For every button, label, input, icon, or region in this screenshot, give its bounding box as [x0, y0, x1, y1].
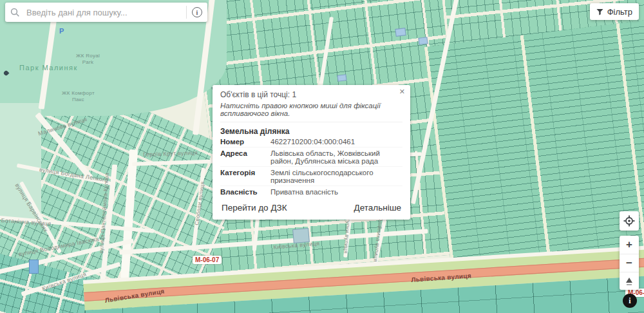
- water-parcel: [395, 28, 406, 37]
- popup-section-title: Земельна ділянка: [220, 122, 402, 136]
- field-row-ownership: Власність Приватна власність: [220, 185, 402, 197]
- extent-icon-base: [627, 284, 632, 285]
- field-value: 4622710200:04:000:0461: [270, 138, 355, 146]
- popup-close-icon[interactable]: ✕: [399, 88, 405, 95]
- search-divider: [186, 6, 187, 19]
- map-canvas[interactable]: Парк Малиняк ЖК Royal Park ЖК Комфорт Па…: [0, 0, 644, 313]
- zoom-out-button[interactable]: −: [620, 254, 639, 272]
- search-input[interactable]: [25, 7, 181, 18]
- goto-dzk-button[interactable]: Перейти до ДЗК: [220, 202, 289, 214]
- popup-objects-count: Об'єктів в цій точці: 1: [220, 90, 402, 99]
- water-parcel: [29, 260, 39, 274]
- field-label: Категорія: [220, 169, 270, 184]
- park-label: Парк Малиняк: [19, 64, 78, 71]
- field-value: Львівська область, Жовківський район, Ду…: [270, 149, 402, 165]
- road-shield-m0607: М-06-07: [193, 256, 222, 264]
- field-row-category: Категорія Землі сільськогосподарського п…: [220, 166, 402, 185]
- details-button[interactable]: Детальніше: [353, 202, 402, 214]
- search-info-icon[interactable]: i: [192, 7, 202, 17]
- water-parcel: [418, 37, 428, 45]
- zoom-in-button[interactable]: +: [620, 236, 639, 254]
- field-label: Власність: [220, 188, 270, 196]
- search-icon: [10, 8, 20, 17]
- field-row-number: Номер 4622710200:04:000:0461: [220, 136, 402, 147]
- filter-icon: [596, 8, 603, 15]
- water-parcel: [337, 74, 346, 82]
- filter-label: Фільтр: [607, 7, 632, 17]
- park-strip: [0, 103, 41, 219]
- field-value: Приватна власність: [270, 188, 338, 196]
- popup-actions: Перейти до ДЗК Детальніше: [220, 202, 402, 214]
- field-row-address: Адреса Львівська область, Жовківський ра…: [220, 147, 402, 166]
- extent-icon: [626, 278, 632, 283]
- filter-button[interactable]: Фільтр: [590, 3, 639, 20]
- locate-icon: [623, 215, 635, 227]
- search-bar[interactable]: i: [5, 3, 207, 22]
- locate-button[interactable]: [620, 211, 639, 231]
- map-info-button[interactable]: i: [623, 294, 637, 308]
- field-label: Номер: [220, 138, 270, 146]
- parking-icon: P: [59, 27, 64, 35]
- parcel-popup: ✕ Об'єктів в цій точці: 1 Натисніть прав…: [213, 85, 410, 220]
- zoom-controls: + −: [620, 236, 639, 290]
- zhk-royal-park-label: ЖК Royal Park: [76, 53, 100, 66]
- zhk-komfort-label: ЖК Комфорт Пакс: [62, 90, 95, 103]
- extent-button[interactable]: [620, 272, 639, 290]
- field-value: Землі сільськогосподарського призначення: [270, 169, 402, 184]
- popup-hint: Натисніть правою кнопкою миші для фіксац…: [220, 102, 402, 117]
- field-label: Адреса: [220, 149, 270, 165]
- parcel-zone-right-rows: [424, 19, 644, 283]
